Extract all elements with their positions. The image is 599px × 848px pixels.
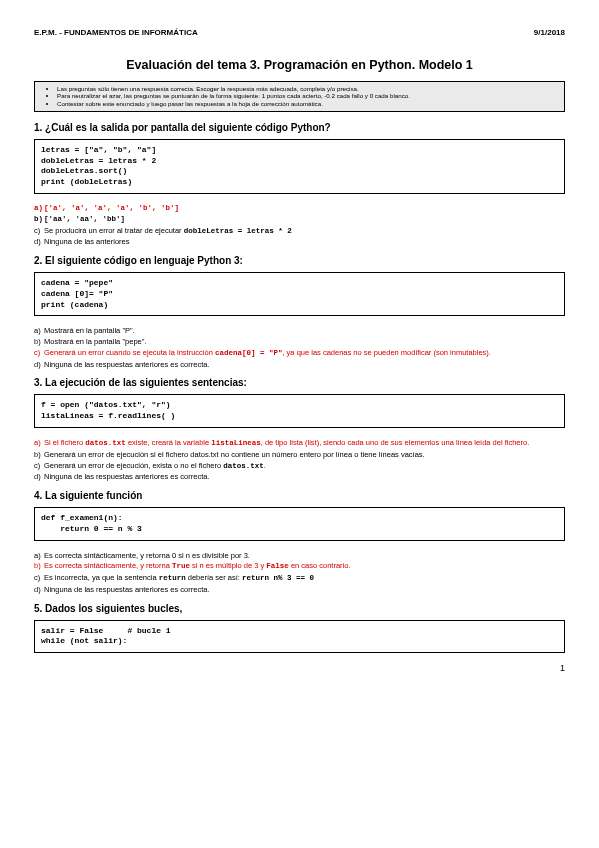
page-number: 1 — [34, 663, 565, 674]
answer-d: d)Ninguna de las respuestas anteriores e… — [34, 360, 565, 370]
question-2-title: 2. El siguiente código en lenguaje Pytho… — [34, 255, 565, 267]
answer-d: d)Ninguna de las respuestas anteriores e… — [34, 585, 565, 595]
question-2-code: cadena = "pepe" cadena [0]= "P" print (c… — [34, 272, 565, 316]
answer-c: c)Es incorrecta, ya que la sentencia ret… — [34, 573, 565, 584]
question-3-title: 3. La ejecución de las siguientes senten… — [34, 377, 565, 389]
header-left: E.P.M. - FUNDAMENTOS DE INFORMÁTICA — [34, 28, 198, 38]
answer-a: a)['a', 'a', 'a', 'a', 'b', 'b'] — [34, 204, 565, 214]
instruction-item: Para neutralizar el azar, las preguntas … — [57, 92, 558, 100]
answer-d: d)Ninguna de las respuestas anteriores e… — [34, 472, 565, 482]
answer-b: b)Mostrará en la pantalla "pepe". — [34, 337, 565, 347]
instructions-box: Las preguntas sólo tienen una respuesta … — [34, 81, 565, 112]
answer-c: c)Se producirá un error al tratar de eje… — [34, 226, 565, 237]
question-4-title: 4. La siguiente función — [34, 490, 565, 502]
question-1-answers: a)['a', 'a', 'a', 'a', 'b', 'b'] b)['aa'… — [34, 204, 565, 247]
question-5-code: salir = False # bucle 1 while (not salir… — [34, 620, 565, 654]
instruction-item: Contestar sobre este enunciado y luego p… — [57, 100, 558, 108]
question-1-code: letras = ["a", "b", "a"] dobleLetras = l… — [34, 139, 565, 194]
question-1-title: 1. ¿Cuál es la salida por pantalla del s… — [34, 122, 565, 134]
question-4-code: def f_examen1(n): return 0 == n % 3 — [34, 507, 565, 541]
answer-c: c)Generará un error cuando se ejecuta la… — [34, 348, 565, 359]
instruction-item: Las preguntas sólo tienen una respuesta … — [57, 85, 558, 93]
answer-b: b)Generará un error de ejecución si el f… — [34, 450, 565, 460]
answer-c: c)Generará un error de ejecución, exista… — [34, 461, 565, 472]
answer-b: b)['aa', 'aa', 'bb'] — [34, 215, 565, 225]
question-4-answers: a)Es correcta sintácticamente, y retorna… — [34, 551, 565, 595]
answer-a: a)Es correcta sintácticamente, y retorna… — [34, 551, 565, 561]
question-2-answers: a)Mostrará en la pantalla "P". b)Mostrar… — [34, 326, 565, 369]
answer-b: b)Es correcta sintácticamente, y retorna… — [34, 561, 565, 572]
header-date: 9/1/2018 — [534, 28, 565, 38]
document-title: Evaluación del tema 3. Programación en P… — [34, 58, 565, 73]
answer-d: d)Ninguna de las anteriores — [34, 237, 565, 247]
question-3-code: f = open ("datos.txt", "r") listaLineas … — [34, 394, 565, 428]
answer-a: a)Mostrará en la pantalla "P". — [34, 326, 565, 336]
page-header: E.P.M. - FUNDAMENTOS DE INFORMÁTICA 9/1/… — [34, 28, 565, 38]
question-3-answers: a)Si el fichero datos.txt existe, creará… — [34, 438, 565, 482]
answer-a: a)Si el fichero datos.txt existe, creará… — [34, 438, 565, 449]
question-5-title: 5. Dados los siguientes bucles, — [34, 603, 565, 615]
